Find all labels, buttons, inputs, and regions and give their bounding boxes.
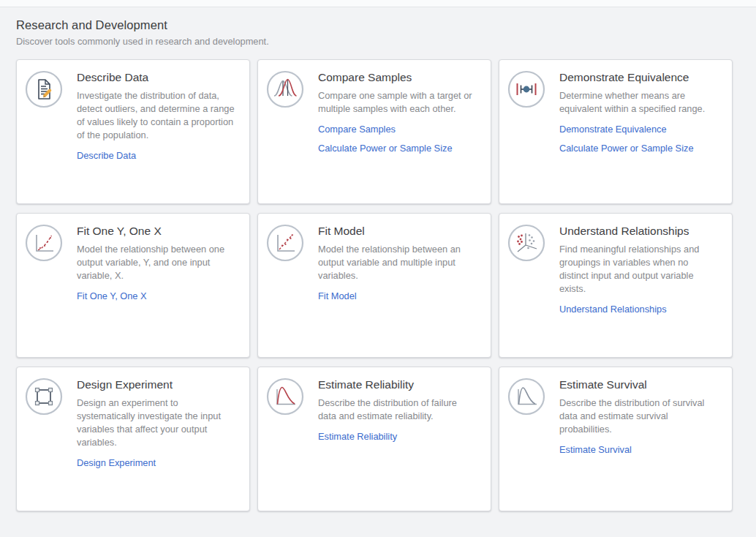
link-calculate-power-or-sample-size[interactable]: Calculate Power or Sample Size: [559, 143, 694, 154]
card-demonstrate-equivalence: Demonstrate Equivalence Determine whethe…: [499, 59, 733, 204]
card-title: Design Experiment: [77, 378, 236, 391]
link-describe-data[interactable]: Describe Data: [77, 150, 136, 161]
card-description: Find meaningful relationships and groupi…: [559, 243, 719, 296]
document-pencil-icon: [25, 70, 77, 108]
card-description: Model the relationship between an output…: [318, 243, 477, 282]
link-estimate-survival[interactable]: Estimate Survival: [559, 444, 632, 455]
card-describe-data: Describe Data Investigate the distributi…: [16, 59, 250, 204]
design-square-icon: [25, 378, 77, 416]
survival-distribution-icon: [507, 378, 559, 416]
card-description: Compare one sample with a target or mult…: [318, 89, 477, 116]
link-compare-samples[interactable]: Compare Samples: [318, 124, 396, 135]
top-divider: [0, 0, 756, 7]
link-fit-one-y-one-x[interactable]: Fit One Y, One X: [77, 290, 147, 301]
card-estimate-survival: Estimate Survival Describe the distribut…: [499, 367, 733, 511]
card-estimate-reliability: Estimate Reliability Describe the distri…: [257, 367, 491, 511]
card-design-experiment: Design Experiment Design an experiment t…: [16, 367, 250, 511]
card-description: Design an experiment to systematically i…: [77, 397, 236, 449]
card-title: Demonstrate Equivalence: [559, 71, 719, 84]
overlapping-distributions-icon: [266, 70, 318, 108]
card-description: Describe the distribution of failure dat…: [318, 397, 477, 423]
page-subtitle: Discover tools commonly used in research…: [16, 36, 733, 47]
link-demonstrate-equivalence[interactable]: Demonstrate Equivalence: [559, 124, 667, 135]
scatter-line-icon: [266, 224, 318, 262]
card-title: Understand Relationships: [559, 225, 719, 238]
link-estimate-reliability[interactable]: Estimate Reliability: [318, 431, 397, 442]
card-description: Model the relationship between one outpu…: [77, 243, 236, 282]
equivalence-interval-icon: [507, 70, 559, 108]
card-title: Compare Samples: [318, 71, 477, 84]
link-understand-relationships[interactable]: Understand Relationships: [559, 304, 667, 315]
link-fit-model[interactable]: Fit Model: [318, 290, 357, 301]
tool-card-grid: Describe Data Investigate the distributi…: [16, 59, 733, 511]
link-design-experiment[interactable]: Design Experiment: [77, 457, 156, 468]
page-title: Research and Development: [16, 18, 733, 32]
card-description: Describe the distribution of survival da…: [559, 397, 719, 436]
failure-distribution-icon: [266, 378, 318, 416]
card-fit-model: Fit Model Model the relationship between…: [257, 213, 491, 358]
link-calculate-power-or-sample-size[interactable]: Calculate Power or Sample Size: [318, 143, 453, 154]
card-title: Estimate Survival: [559, 378, 719, 391]
card-title: Describe Data: [77, 71, 236, 84]
page-header: Research and Development Discover tools …: [16, 18, 733, 47]
card-fit-one-y-one-x: Fit One Y, One X Model the relationship …: [16, 213, 250, 358]
card-description: Determine whether means are equivalent w…: [559, 89, 719, 116]
card-description: Investigate the distribution of data, de…: [77, 89, 236, 142]
card-title: Fit One Y, One X: [77, 225, 236, 238]
three-d-scatter-icon: [507, 224, 559, 262]
card-title: Fit Model: [318, 225, 477, 238]
card-title: Estimate Reliability: [318, 378, 477, 391]
card-understand-relationships: Understand Relationships Find meaningful…: [499, 213, 733, 358]
card-compare-samples: Compare Samples Compare one sample with …: [257, 59, 491, 204]
scatter-curve-icon: [25, 224, 77, 262]
